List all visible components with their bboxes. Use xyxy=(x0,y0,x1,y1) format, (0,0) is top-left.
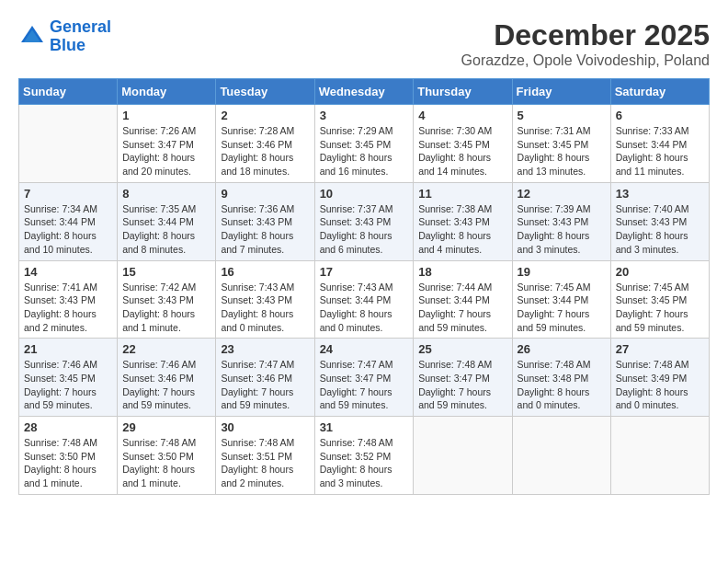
cell-info: Sunrise: 7:45 AM Sunset: 3:44 PM Dayligh… xyxy=(518,281,606,335)
cell-info: Sunrise: 7:43 AM Sunset: 3:44 PM Dayligh… xyxy=(320,281,409,335)
location: Gorazdze, Opole Voivodeship, Poland xyxy=(461,52,710,69)
day-number: 20 xyxy=(616,265,704,279)
day-number: 13 xyxy=(616,187,704,201)
calendar-week-row: 28Sunrise: 7:48 AM Sunset: 3:50 PM Dayli… xyxy=(19,417,710,495)
header-wednesday: Wednesday xyxy=(314,79,414,105)
cell-info: Sunrise: 7:48 AM Sunset: 3:51 PM Dayligh… xyxy=(221,436,309,490)
calendar-cell: 11Sunrise: 7:38 AM Sunset: 3:43 PM Dayli… xyxy=(414,182,512,260)
calendar-cell: 3Sunrise: 7:29 AM Sunset: 3:45 PM Daylig… xyxy=(314,105,414,183)
header-saturday: Saturday xyxy=(610,79,709,105)
header-tuesday: Tuesday xyxy=(216,79,314,105)
logo-icon xyxy=(18,23,46,51)
calendar-cell: 13Sunrise: 7:40 AM Sunset: 3:43 PM Dayli… xyxy=(610,182,709,260)
calendar-cell: 22Sunrise: 7:46 AM Sunset: 3:46 PM Dayli… xyxy=(118,339,216,417)
day-number: 12 xyxy=(518,187,606,201)
day-number: 18 xyxy=(418,265,506,279)
calendar-cell: 17Sunrise: 7:43 AM Sunset: 3:44 PM Dayli… xyxy=(314,260,414,339)
calendar-cell: 14Sunrise: 7:41 AM Sunset: 3:43 PM Dayli… xyxy=(19,260,118,339)
calendar-cell: 10Sunrise: 7:37 AM Sunset: 3:43 PM Dayli… xyxy=(314,182,414,260)
cell-info: Sunrise: 7:31 AM Sunset: 3:45 PM Dayligh… xyxy=(518,124,606,178)
header-monday: Monday xyxy=(118,79,216,105)
calendar-cell: 23Sunrise: 7:47 AM Sunset: 3:46 PM Dayli… xyxy=(216,339,314,417)
calendar-week-row: 7Sunrise: 7:34 AM Sunset: 3:44 PM Daylig… xyxy=(19,182,710,260)
calendar-cell: 18Sunrise: 7:44 AM Sunset: 3:44 PM Dayli… xyxy=(414,260,512,339)
calendar-header-row: SundayMondayTuesdayWednesdayThursdayFrid… xyxy=(19,79,710,105)
calendar-cell: 20Sunrise: 7:45 AM Sunset: 3:45 PM Dayli… xyxy=(610,260,709,339)
calendar-week-row: 1Sunrise: 7:26 AM Sunset: 3:47 PM Daylig… xyxy=(19,105,710,183)
calendar-cell: 16Sunrise: 7:43 AM Sunset: 3:43 PM Dayli… xyxy=(216,260,314,339)
calendar-cell: 12Sunrise: 7:39 AM Sunset: 3:43 PM Dayli… xyxy=(512,182,610,260)
day-number: 25 xyxy=(418,342,506,356)
cell-info: Sunrise: 7:29 AM Sunset: 3:45 PM Dayligh… xyxy=(320,124,409,178)
calendar-cell: 28Sunrise: 7:48 AM Sunset: 3:50 PM Dayli… xyxy=(19,417,118,495)
calendar-cell: 27Sunrise: 7:48 AM Sunset: 3:49 PM Dayli… xyxy=(610,339,709,417)
cell-info: Sunrise: 7:28 AM Sunset: 3:46 PM Dayligh… xyxy=(221,124,309,178)
day-number: 9 xyxy=(221,187,309,201)
page-header: General Blue December 2025 Gorazdze, Opo… xyxy=(18,18,710,69)
calendar-cell: 8Sunrise: 7:35 AM Sunset: 3:44 PM Daylig… xyxy=(118,182,216,260)
cell-info: Sunrise: 7:38 AM Sunset: 3:43 PM Dayligh… xyxy=(418,202,506,257)
day-number: 30 xyxy=(221,420,309,434)
cell-info: Sunrise: 7:45 AM Sunset: 3:45 PM Dayligh… xyxy=(616,281,704,335)
cell-info: Sunrise: 7:48 AM Sunset: 3:50 PM Dayligh… xyxy=(24,436,112,490)
cell-info: Sunrise: 7:26 AM Sunset: 3:47 PM Dayligh… xyxy=(122,124,210,178)
day-number: 10 xyxy=(320,187,409,201)
header-friday: Friday xyxy=(512,79,610,105)
cell-info: Sunrise: 7:44 AM Sunset: 3:44 PM Dayligh… xyxy=(418,281,506,335)
calendar-cell: 29Sunrise: 7:48 AM Sunset: 3:50 PM Dayli… xyxy=(118,417,216,495)
day-number: 17 xyxy=(320,265,409,279)
cell-info: Sunrise: 7:48 AM Sunset: 3:49 PM Dayligh… xyxy=(616,358,704,412)
day-number: 11 xyxy=(418,187,506,201)
calendar-cell xyxy=(512,417,610,495)
calendar-cell: 24Sunrise: 7:47 AM Sunset: 3:47 PM Dayli… xyxy=(314,339,414,417)
day-number: 27 xyxy=(616,342,704,356)
day-number: 19 xyxy=(518,265,606,279)
calendar-cell xyxy=(19,105,118,183)
cell-info: Sunrise: 7:48 AM Sunset: 3:48 PM Dayligh… xyxy=(518,358,606,412)
cell-info: Sunrise: 7:41 AM Sunset: 3:43 PM Dayligh… xyxy=(24,281,112,335)
day-number: 29 xyxy=(122,420,210,434)
day-number: 26 xyxy=(518,342,606,356)
calendar-cell: 31Sunrise: 7:48 AM Sunset: 3:52 PM Dayli… xyxy=(314,417,414,495)
header-thursday: Thursday xyxy=(414,79,512,105)
day-number: 16 xyxy=(221,265,309,279)
cell-info: Sunrise: 7:48 AM Sunset: 3:47 PM Dayligh… xyxy=(418,358,506,412)
cell-info: Sunrise: 7:37 AM Sunset: 3:43 PM Dayligh… xyxy=(320,202,409,257)
title-block: December 2025 Gorazdze, Opole Voivodeshi… xyxy=(461,18,710,69)
calendar-cell xyxy=(610,417,709,495)
calendar-cell: 1Sunrise: 7:26 AM Sunset: 3:47 PM Daylig… xyxy=(118,105,216,183)
calendar-cell: 15Sunrise: 7:42 AM Sunset: 3:43 PM Dayli… xyxy=(118,260,216,339)
day-number: 23 xyxy=(221,342,309,356)
cell-info: Sunrise: 7:42 AM Sunset: 3:43 PM Dayligh… xyxy=(122,281,210,335)
calendar-cell: 25Sunrise: 7:48 AM Sunset: 3:47 PM Dayli… xyxy=(414,339,512,417)
day-number: 6 xyxy=(616,109,704,122)
cell-info: Sunrise: 7:47 AM Sunset: 3:47 PM Dayligh… xyxy=(320,358,409,412)
calendar-cell: 26Sunrise: 7:48 AM Sunset: 3:48 PM Dayli… xyxy=(512,339,610,417)
cell-info: Sunrise: 7:46 AM Sunset: 3:45 PM Dayligh… xyxy=(24,358,112,412)
cell-info: Sunrise: 7:46 AM Sunset: 3:46 PM Dayligh… xyxy=(122,358,210,412)
calendar-table: SundayMondayTuesdayWednesdayThursdayFrid… xyxy=(18,78,710,495)
day-number: 24 xyxy=(320,342,409,356)
calendar-cell: 6Sunrise: 7:33 AM Sunset: 3:44 PM Daylig… xyxy=(610,105,709,183)
day-number: 14 xyxy=(24,265,112,279)
day-number: 7 xyxy=(24,187,112,201)
header-sunday: Sunday xyxy=(19,79,118,105)
calendar-cell: 21Sunrise: 7:46 AM Sunset: 3:45 PM Dayli… xyxy=(19,339,118,417)
cell-info: Sunrise: 7:34 AM Sunset: 3:44 PM Dayligh… xyxy=(24,202,112,257)
calendar-cell: 2Sunrise: 7:28 AM Sunset: 3:46 PM Daylig… xyxy=(216,105,314,183)
day-number: 2 xyxy=(221,109,309,122)
month-title: December 2025 xyxy=(461,18,710,52)
day-number: 3 xyxy=(320,109,409,122)
calendar-week-row: 21Sunrise: 7:46 AM Sunset: 3:45 PM Dayli… xyxy=(19,339,710,417)
day-number: 4 xyxy=(418,109,506,122)
day-number: 1 xyxy=(122,109,210,122)
logo-text: General Blue xyxy=(50,18,111,55)
cell-info: Sunrise: 7:36 AM Sunset: 3:43 PM Dayligh… xyxy=(221,202,309,257)
cell-info: Sunrise: 7:39 AM Sunset: 3:43 PM Dayligh… xyxy=(518,202,606,257)
calendar-cell: 30Sunrise: 7:48 AM Sunset: 3:51 PM Dayli… xyxy=(216,417,314,495)
day-number: 28 xyxy=(24,420,112,434)
calendar-cell: 19Sunrise: 7:45 AM Sunset: 3:44 PM Dayli… xyxy=(512,260,610,339)
day-number: 31 xyxy=(320,420,409,434)
cell-info: Sunrise: 7:43 AM Sunset: 3:43 PM Dayligh… xyxy=(221,281,309,335)
cell-info: Sunrise: 7:40 AM Sunset: 3:43 PM Dayligh… xyxy=(616,202,704,257)
